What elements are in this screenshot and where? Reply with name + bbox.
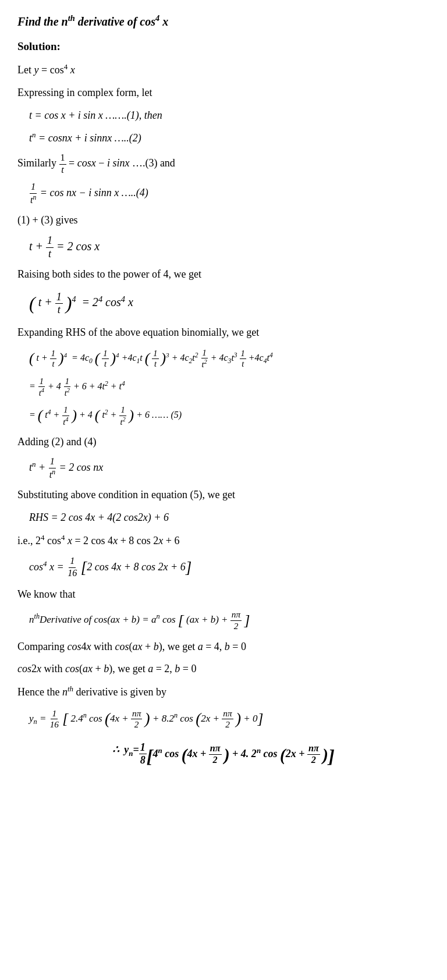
- page-container: Find the nth derivative of cos4 x Soluti…: [17, 12, 430, 771]
- t-equation: t = cos x + i sin x …….(1), then: [29, 107, 430, 124]
- hence-text: Hence the nth derivative is given by: [17, 683, 430, 701]
- binomial-line3: = ( t4 + 1 t4 ) + 4 ( t2 + 1 t2 ) + 6 ………: [29, 404, 430, 428]
- let-y: Let y = cos4 x: [17, 61, 430, 79]
- power-4-eq: ( t + 1 t )4 = 24 cos4 x: [29, 289, 430, 318]
- final-answer: ∴ yn = 1 8 [ 4n cos (4x + nπ 2 ) + 4. 2n…: [17, 741, 430, 772]
- cos4x-eq: cos4 x = 1 16 [2 cos 4x + 8 cos 2x + 6]: [29, 555, 430, 580]
- similarly-text: Similarly 1 t = cosx − i sinx ….(3) and: [17, 152, 430, 176]
- binomial-line2: = 1 t4 + 4 1 t2 + 6 + 4t2 + t4: [29, 377, 430, 398]
- solution-label: Solution:: [17, 38, 430, 55]
- yn-eq: yn = 1 16 [ 2.4n cos (4x + nπ 2 ) + 8.2n…: [29, 706, 430, 732]
- page-title: Find the nth derivative of cos4 x: [17, 12, 430, 31]
- one-over-tn: 1 tn = cos nx − i sinn x …..(4): [29, 182, 430, 206]
- add-1-3: (1) + (3) gives: [17, 212, 430, 229]
- ie-eq: i.e., 24 cos4 x = 2 cos 4x + 8 cos 2x + …: [17, 532, 430, 549]
- raising-text: Raising both sides to the power of 4, we…: [17, 266, 430, 283]
- comparing2-text: cos2x with cos(ax + b), we get a = 2, b …: [17, 661, 430, 677]
- substituting-text: Substituting above condition in equation…: [17, 487, 430, 503]
- adding-text: Adding (2) and (4): [17, 434, 430, 450]
- expanding-text: Expanding RHS of the above equation bino…: [17, 324, 430, 341]
- t-plus-recip: t + 1 t = 2 cos x: [29, 235, 430, 260]
- binomial-line1: ( t + 1 t )4 = 4c0 ( 1 t )4 +4c1t ( 1 t …: [29, 347, 430, 371]
- comparing1-text: Comparing cos4x with cos(ax + b), we get…: [17, 638, 430, 655]
- tn-recip: tn + 1 tn = 2 cos nx: [29, 456, 430, 481]
- we-know-text: We know that: [17, 586, 430, 603]
- tn-equation: tn = cosnx + i sinnx …..(2): [29, 129, 430, 147]
- rhs-eq: RHS = 2 cos 4x + 4(2 cos2x) + 6: [29, 509, 430, 526]
- nth-deriv-formula: nthDerivative of cos(ax + b) = an cos [ …: [29, 609, 430, 633]
- expressing-text: Expressing in complex form, let: [17, 84, 430, 101]
